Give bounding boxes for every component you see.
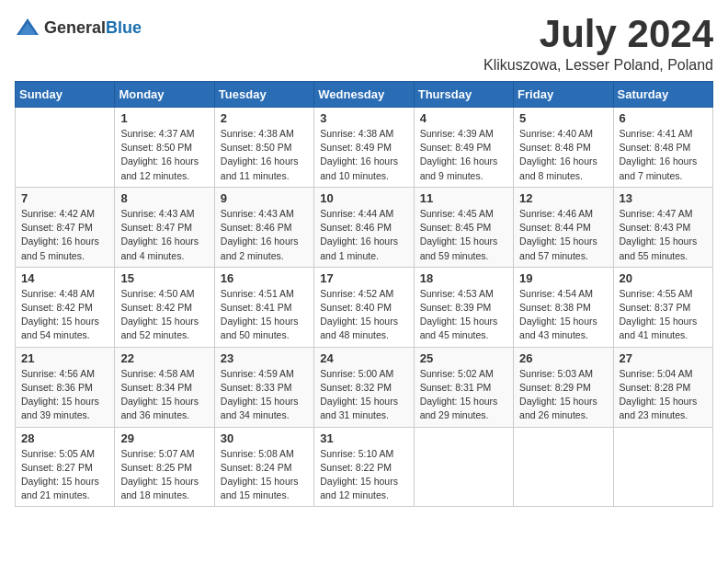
calendar-header-row: SundayMondayTuesdayWednesdayThursdayFrid… [16, 82, 713, 108]
day-info: Sunrise: 4:39 AM Sunset: 8:49 PM Dayligh… [420, 127, 507, 183]
day-info: Sunrise: 4:46 AM Sunset: 8:44 PM Dayligh… [519, 207, 607, 263]
calendar-cell: 3Sunrise: 4:38 AM Sunset: 8:49 PM Daylig… [314, 108, 414, 188]
calendar-cell: 30Sunrise: 5:08 AM Sunset: 8:24 PM Dayli… [214, 427, 313, 507]
weekday-header: Friday [514, 82, 613, 108]
calendar-cell: 31Sunrise: 5:10 AM Sunset: 8:22 PM Dayli… [314, 427, 414, 507]
day-info: Sunrise: 4:58 AM Sunset: 8:34 PM Dayligh… [120, 367, 208, 423]
calendar-cell: 14Sunrise: 4:48 AM Sunset: 8:42 PM Dayli… [16, 267, 115, 347]
calendar-cell [16, 108, 115, 188]
page-header: GeneralBlue July 2024 Klikuszowa, Lesser… [15, 15, 713, 74]
weekday-header: Thursday [414, 82, 513, 108]
day-info: Sunrise: 4:55 AM Sunset: 8:37 PM Dayligh… [620, 287, 707, 343]
calendar-cell: 23Sunrise: 4:59 AM Sunset: 8:33 PM Dayli… [214, 347, 313, 427]
calendar-cell: 22Sunrise: 4:58 AM Sunset: 8:34 PM Dayli… [115, 347, 214, 427]
day-info: Sunrise: 4:51 AM Sunset: 8:41 PM Dayligh… [221, 287, 308, 343]
day-info: Sunrise: 5:10 AM Sunset: 8:22 PM Dayligh… [320, 447, 407, 503]
day-info: Sunrise: 4:37 AM Sunset: 8:50 PM Dayligh… [120, 127, 208, 183]
day-number: 3 [320, 111, 407, 125]
weekday-header: Sunday [16, 82, 115, 108]
day-info: Sunrise: 4:52 AM Sunset: 8:40 PM Dayligh… [320, 287, 407, 343]
day-info: Sunrise: 4:56 AM Sunset: 8:36 PM Dayligh… [21, 367, 108, 423]
calendar-cell: 24Sunrise: 5:00 AM Sunset: 8:32 PM Dayli… [314, 347, 414, 427]
calendar-cell: 1Sunrise: 4:37 AM Sunset: 8:50 PM Daylig… [115, 108, 214, 188]
day-number: 10 [320, 191, 407, 205]
day-number: 1 [120, 111, 208, 125]
day-number: 19 [519, 271, 607, 285]
day-number: 24 [320, 351, 407, 365]
weekday-header: Wednesday [314, 82, 414, 108]
calendar-cell: 11Sunrise: 4:45 AM Sunset: 8:45 PM Dayli… [414, 187, 513, 267]
day-number: 25 [420, 351, 507, 365]
day-info: Sunrise: 4:50 AM Sunset: 8:42 PM Dayligh… [120, 287, 208, 343]
logo-icon [15, 15, 40, 40]
day-number: 31 [320, 431, 407, 445]
day-number: 5 [519, 111, 607, 125]
day-number: 13 [620, 191, 707, 205]
calendar-week-row: 7Sunrise: 4:42 AM Sunset: 8:47 PM Daylig… [16, 187, 713, 267]
day-info: Sunrise: 4:45 AM Sunset: 8:45 PM Dayligh… [420, 207, 507, 263]
day-number: 2 [221, 111, 308, 125]
day-number: 11 [420, 191, 507, 205]
day-info: Sunrise: 4:48 AM Sunset: 8:42 PM Dayligh… [21, 287, 108, 343]
day-number: 23 [221, 351, 308, 365]
calendar-cell [613, 427, 712, 507]
day-number: 15 [120, 271, 208, 285]
day-info: Sunrise: 4:53 AM Sunset: 8:39 PM Dayligh… [420, 287, 507, 343]
calendar-cell [414, 427, 513, 507]
calendar-week-row: 21Sunrise: 4:56 AM Sunset: 8:36 PM Dayli… [16, 347, 713, 427]
weekday-header: Monday [115, 82, 214, 108]
calendar-cell: 12Sunrise: 4:46 AM Sunset: 8:44 PM Dayli… [514, 187, 613, 267]
calendar-cell: 10Sunrise: 4:44 AM Sunset: 8:46 PM Dayli… [314, 187, 414, 267]
calendar-cell: 5Sunrise: 4:40 AM Sunset: 8:48 PM Daylig… [514, 108, 613, 188]
day-number: 30 [221, 431, 308, 445]
calendar-cell: 6Sunrise: 4:41 AM Sunset: 8:48 PM Daylig… [613, 108, 712, 188]
day-number: 4 [420, 111, 507, 125]
day-info: Sunrise: 4:42 AM Sunset: 8:47 PM Dayligh… [21, 207, 108, 263]
calendar-week-row: 1Sunrise: 4:37 AM Sunset: 8:50 PM Daylig… [16, 108, 713, 188]
calendar-cell: 16Sunrise: 4:51 AM Sunset: 8:41 PM Dayli… [214, 267, 313, 347]
calendar-week-row: 28Sunrise: 5:05 AM Sunset: 8:27 PM Dayli… [16, 427, 713, 507]
weekday-header: Saturday [613, 82, 712, 108]
day-info: Sunrise: 4:38 AM Sunset: 8:49 PM Dayligh… [320, 127, 407, 183]
weekday-header: Tuesday [214, 82, 313, 108]
calendar-cell: 21Sunrise: 4:56 AM Sunset: 8:36 PM Dayli… [16, 347, 115, 427]
day-info: Sunrise: 4:41 AM Sunset: 8:48 PM Dayligh… [620, 127, 707, 183]
day-number: 7 [21, 191, 108, 205]
calendar-cell: 9Sunrise: 4:43 AM Sunset: 8:46 PM Daylig… [214, 187, 313, 267]
logo-text-general: General [44, 18, 106, 37]
calendar-cell: 29Sunrise: 5:07 AM Sunset: 8:25 PM Dayli… [115, 427, 214, 507]
day-info: Sunrise: 4:47 AM Sunset: 8:43 PM Dayligh… [620, 207, 707, 263]
day-info: Sunrise: 5:05 AM Sunset: 8:27 PM Dayligh… [21, 447, 108, 503]
day-number: 12 [519, 191, 607, 205]
calendar-cell: 26Sunrise: 5:03 AM Sunset: 8:29 PM Dayli… [514, 347, 613, 427]
day-number: 9 [221, 191, 308, 205]
day-info: Sunrise: 5:08 AM Sunset: 8:24 PM Dayligh… [221, 447, 308, 503]
calendar-table: SundayMondayTuesdayWednesdayThursdayFrid… [15, 81, 713, 507]
calendar-cell: 27Sunrise: 5:04 AM Sunset: 8:28 PM Dayli… [613, 347, 712, 427]
day-info: Sunrise: 4:38 AM Sunset: 8:50 PM Dayligh… [221, 127, 308, 183]
day-number: 21 [21, 351, 108, 365]
calendar-cell: 4Sunrise: 4:39 AM Sunset: 8:49 PM Daylig… [414, 108, 513, 188]
day-info: Sunrise: 5:03 AM Sunset: 8:29 PM Dayligh… [519, 367, 607, 423]
title-block: July 2024 Klikuszowa, Lesser Poland, Pol… [483, 15, 713, 74]
calendar-cell: 20Sunrise: 4:55 AM Sunset: 8:37 PM Dayli… [613, 267, 712, 347]
month-year-title: July 2024 [483, 15, 713, 53]
calendar-cell: 18Sunrise: 4:53 AM Sunset: 8:39 PM Dayli… [414, 267, 513, 347]
calendar-cell: 2Sunrise: 4:38 AM Sunset: 8:50 PM Daylig… [214, 108, 313, 188]
logo: GeneralBlue [15, 15, 142, 40]
day-number: 6 [620, 111, 707, 125]
day-info: Sunrise: 4:43 AM Sunset: 8:46 PM Dayligh… [221, 207, 308, 263]
calendar-cell: 13Sunrise: 4:47 AM Sunset: 8:43 PM Dayli… [613, 187, 712, 267]
calendar-cell: 28Sunrise: 5:05 AM Sunset: 8:27 PM Dayli… [16, 427, 115, 507]
day-info: Sunrise: 5:02 AM Sunset: 8:31 PM Dayligh… [420, 367, 507, 423]
calendar-cell: 15Sunrise: 4:50 AM Sunset: 8:42 PM Dayli… [115, 267, 214, 347]
day-info: Sunrise: 5:07 AM Sunset: 8:25 PM Dayligh… [120, 447, 208, 503]
calendar-week-row: 14Sunrise: 4:48 AM Sunset: 8:42 PM Dayli… [16, 267, 713, 347]
logo-text-blue: Blue [106, 18, 142, 37]
day-number: 26 [519, 351, 607, 365]
day-info: Sunrise: 4:40 AM Sunset: 8:48 PM Dayligh… [519, 127, 607, 183]
calendar-cell: 8Sunrise: 4:43 AM Sunset: 8:47 PM Daylig… [115, 187, 214, 267]
day-number: 22 [120, 351, 208, 365]
calendar-cell: 7Sunrise: 4:42 AM Sunset: 8:47 PM Daylig… [16, 187, 115, 267]
day-number: 28 [21, 431, 108, 445]
